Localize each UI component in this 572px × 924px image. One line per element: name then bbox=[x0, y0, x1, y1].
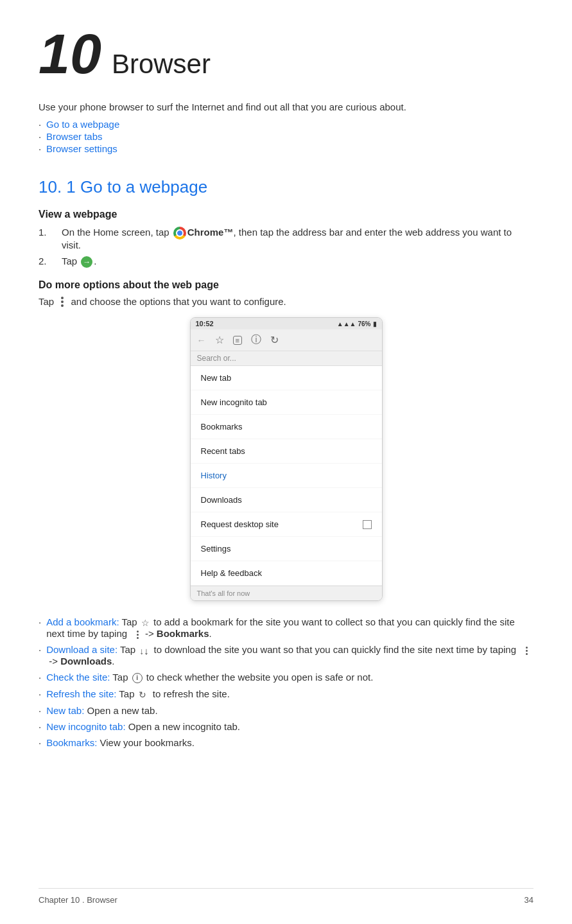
bullet-new-incognito: New incognito tab: Open a new incognito … bbox=[39, 721, 533, 732]
tab-count-icon: ≡ bbox=[233, 336, 242, 345]
intro-text: Use your phone browser to surf the Inter… bbox=[39, 101, 533, 112]
bullet-add-bookmark: Add a bookmark: Tap ☆ to add a bookmark … bbox=[39, 616, 533, 639]
bullet-add-bookmark-text: Add a bookmark: Tap ☆ to add a bookmark … bbox=[46, 616, 533, 639]
step-1: 1. On the Home screen, tap Chrome™, then… bbox=[39, 227, 533, 250]
menu-item-downloads-label: Downloads bbox=[201, 495, 242, 505]
menu-item-downloads: Downloads bbox=[191, 488, 382, 512]
info-toolbar-icon: ⓘ bbox=[251, 333, 261, 347]
status-icons: ▲▲▲ 76% ▮ bbox=[337, 320, 377, 327]
chapter-header: 10 Browser bbox=[39, 26, 533, 83]
toc-item-3[interactable]: Browser settings bbox=[39, 143, 533, 154]
do-more-title: Do more options about the web page bbox=[39, 279, 533, 291]
battery-icon: 76% bbox=[358, 320, 370, 327]
phone-statusbar: 10:52 ▲▲▲ 76% ▮ bbox=[191, 318, 382, 329]
refresh-icon: ↻ bbox=[139, 690, 149, 700]
star-toolbar-icon: ☆ bbox=[215, 334, 224, 346]
menu-item-recent-tabs-label: Recent tabs bbox=[201, 446, 245, 456]
bullet-download-text: Download a site: Tap ↓ to download the s… bbox=[46, 644, 533, 667]
check-site-link: Check the site: bbox=[46, 672, 110, 683]
step-1-num: 1. bbox=[39, 227, 62, 250]
menu-item-history: History bbox=[191, 464, 382, 488]
menu-item-history-label: History bbox=[201, 471, 227, 480]
bullet-new-tab: New tab: Open a new tab. bbox=[39, 705, 533, 716]
footer-left: Chapter 10 . Browser bbox=[39, 895, 117, 905]
chrome-icon bbox=[173, 227, 186, 240]
chapter-title: Browser bbox=[112, 49, 211, 83]
kebab-icon-inline-1 bbox=[137, 631, 139, 639]
menu-item-recent-tabs: Recent tabs bbox=[191, 439, 382, 464]
kebab-menu-icon bbox=[61, 297, 64, 307]
menu-item-desktop-site: Request desktop site bbox=[191, 512, 382, 537]
phone-menu: New tab New incognito tab Bookmarks Rece… bbox=[191, 366, 382, 586]
phone-toolbar: ← ☆ ≡ ⓘ ↻ bbox=[191, 329, 382, 351]
bullet-check-text: Check the site: Tap i to check whether t… bbox=[46, 672, 373, 683]
download-site-link: Download a site: bbox=[46, 644, 117, 655]
toc-link-1[interactable]: Go to a webpage bbox=[46, 119, 119, 130]
tap-instruction: Tap and choose the options that you want… bbox=[39, 296, 533, 307]
phone-footer: That's all for now bbox=[191, 586, 382, 600]
kebab-icon-inline-2 bbox=[526, 647, 528, 655]
view-webpage-steps: 1. On the Home screen, tap Chrome™, then… bbox=[39, 227, 533, 268]
bookmarks-link: Bookmarks: bbox=[46, 737, 97, 748]
section1-heading-text: 10. 1 Go to a webpage bbox=[39, 177, 207, 196]
chrome-label: Chrome™ bbox=[187, 227, 234, 238]
bullet-new-incognito-text: New incognito tab: Open a new incognito … bbox=[46, 721, 240, 732]
bullet-bookmarks: Bookmarks: View your bookmarks. bbox=[39, 737, 533, 748]
step-1-text: On the Home screen, tap Chrome™, then ta… bbox=[62, 227, 533, 250]
step-2-text: Tap →. bbox=[62, 256, 97, 268]
phone-footer-text: That's all for now bbox=[197, 589, 250, 597]
bullet-check-site: Check the site: Tap i to check whether t… bbox=[39, 672, 533, 683]
step-2-num: 2. bbox=[39, 256, 62, 268]
menu-item-incognito-label: New incognito tab bbox=[201, 397, 267, 407]
subsection1-title: View a webpage bbox=[39, 209, 533, 220]
bullet-refresh-site: Refresh the site: Tap ↻ to refresh the s… bbox=[39, 688, 533, 700]
arrow-right-icon: → bbox=[81, 256, 92, 268]
back-icon: ← bbox=[197, 335, 206, 345]
bullet-refresh-text: Refresh the site: Tap ↻ to refresh the s… bbox=[46, 688, 230, 700]
menu-item-help: Help & feedback bbox=[191, 561, 382, 586]
phone-search-bar: Search or... bbox=[191, 351, 382, 366]
menu-item-incognito: New incognito tab bbox=[191, 390, 382, 415]
signal-icon: ▲▲▲ bbox=[337, 320, 356, 327]
bullet-download-site: Download a site: Tap ↓ to download the s… bbox=[39, 644, 533, 667]
toc-list: Go to a webpage Browser tabs Browser set… bbox=[39, 119, 533, 154]
menu-item-new-tab: New tab bbox=[191, 366, 382, 390]
toc-link-2[interactable]: Browser tabs bbox=[46, 131, 103, 142]
toc-link-3[interactable]: Browser settings bbox=[46, 143, 117, 154]
battery-bar: ▮ bbox=[373, 320, 377, 327]
menu-item-help-label: Help & feedback bbox=[201, 568, 262, 578]
statusbar-time: 10:52 bbox=[196, 320, 214, 327]
footer-right: 34 bbox=[524, 895, 533, 905]
new-incognito-link: New incognito tab: bbox=[46, 721, 125, 732]
bullet-new-tab-text: New tab: Open a new tab. bbox=[46, 705, 157, 716]
menu-item-desktop-site-label: Request desktop site bbox=[201, 519, 279, 529]
download-icon: ↓ bbox=[139, 645, 150, 656]
bullet-bookmarks-text: Bookmarks: View your bookmarks. bbox=[46, 737, 195, 748]
refresh-toolbar-icon: ↻ bbox=[270, 334, 279, 346]
checkbox-icon bbox=[363, 520, 372, 529]
refresh-site-link: Refresh the site: bbox=[46, 688, 116, 699]
downloads-bold: Downloads bbox=[60, 656, 112, 667]
menu-item-bookmarks: Bookmarks bbox=[191, 415, 382, 439]
menu-item-settings: Settings bbox=[191, 537, 382, 561]
menu-item-new-tab-label: New tab bbox=[201, 373, 232, 383]
star-icon: ☆ bbox=[141, 618, 150, 628]
menu-item-bookmarks-label: Bookmarks bbox=[201, 422, 243, 431]
bullet-list: Add a bookmark: Tap ☆ to add a bookmark … bbox=[39, 616, 533, 748]
phone-screenshot: 10:52 ▲▲▲ 76% ▮ ← ☆ ≡ ⓘ ↻ Search or... N… bbox=[190, 317, 383, 601]
section1-heading: 10. 1 Go to a webpage bbox=[39, 177, 533, 197]
chapter-number: 10 bbox=[39, 26, 101, 82]
search-text: Search or... bbox=[197, 354, 236, 363]
step-2: 2. Tap →. bbox=[39, 256, 533, 268]
page-footer: Chapter 10 . Browser 34 bbox=[39, 888, 533, 905]
new-tab-link: New tab: bbox=[46, 705, 84, 716]
info-circle-icon: i bbox=[132, 673, 143, 683]
toc-item-2[interactable]: Browser tabs bbox=[39, 131, 533, 142]
menu-item-settings-label: Settings bbox=[201, 544, 231, 554]
toc-item-1[interactable]: Go to a webpage bbox=[39, 119, 533, 130]
add-bookmark-link: Add a bookmark: bbox=[46, 616, 119, 627]
bookmarks-bold: Bookmarks bbox=[157, 628, 209, 639]
